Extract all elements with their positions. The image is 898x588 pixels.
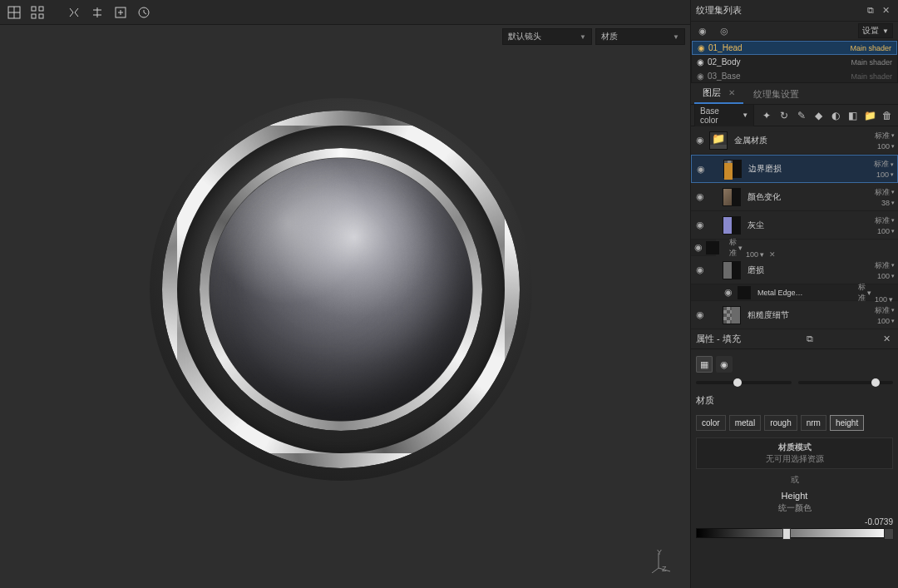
textureset-row[interactable]: ◉ 01_Head Main shader	[692, 41, 897, 55]
layer-opacity[interactable]: 100 ▾	[877, 272, 895, 280]
textureset-name: 01_Head	[708, 43, 743, 52]
height-value: -0.0739	[696, 516, 893, 528]
layer-blend[interactable]: 标准 ▾	[875, 215, 895, 226]
undock-icon[interactable]: ⧉	[863, 5, 878, 16]
chevron-down-icon: ▼	[882, 27, 889, 35]
layer-effect[interactable]: ◉ Metal Edge… 标准▾ 100▾ ✕	[691, 284, 898, 301]
effect-opacity[interactable]: 100▾	[746, 250, 764, 259]
tab-textureset-settings[interactable]: 纹理集设置	[745, 85, 807, 104]
slider-1[interactable]	[696, 381, 792, 384]
chip-nrm[interactable]: nrm	[801, 415, 826, 431]
textureset-row[interactable]: ◉ 02_Body Main shader	[692, 55, 897, 69]
axis-gizmo[interactable]: Y Z	[650, 548, 675, 573]
eye-icon[interactable]: ◉	[694, 135, 706, 146]
chevron-down-icon: ▼	[673, 33, 679, 41]
layer-fill[interactable]: ◉ 灰尘 标准 ▾ 100 ▾	[691, 211, 898, 240]
eye-all-icon[interactable]: ◉	[696, 26, 709, 37]
properties-body: ▦ ◉ 材质 color metal rough nrm height 材质模式…	[691, 349, 898, 588]
layer-blend[interactable]: 标准 ▾	[874, 159, 894, 170]
trash-icon[interactable]: 🗑	[880, 108, 895, 123]
tab-layers[interactable]: 图层 ✕	[694, 83, 743, 104]
chip-metal[interactable]: metal	[729, 415, 761, 431]
layer-effect: ◉ Dirt 标准▾ 100▾ ✕	[691, 240, 716, 256]
layer-opacity[interactable]: 100 ▾	[877, 317, 895, 325]
layer-fill[interactable]: ◉ 粗糙度细节 标准 ▾ 100 ▾	[691, 301, 898, 329]
adjust-icon[interactable]: ◐	[828, 108, 843, 123]
effect-blend[interactable]: 标准▾	[858, 282, 871, 304]
axis-z-label: Z	[662, 565, 667, 573]
settings-dropdown[interactable]: 设置 ▼	[858, 23, 893, 38]
layer-name: 粗糙度细节	[744, 309, 855, 321]
material-section-label: 材质	[696, 389, 893, 412]
eye-icon[interactable]: ◉	[695, 164, 707, 175]
fill-mode-uv-icon[interactable]: ◉	[716, 356, 733, 373]
refresh-icon[interactable]: ↻	[777, 108, 792, 123]
height-gradient-slider[interactable]	[696, 528, 893, 538]
height-label: Height	[696, 491, 893, 501]
layer-folder[interactable]: ◉ 📁 金属材质 标准 ▾ 100 ▾	[691, 126, 898, 155]
eye-icon[interactable]: ◉	[694, 242, 703, 253]
effect-blend[interactable]: 标准▾	[729, 237, 743, 259]
bucket-icon[interactable]: ◆	[811, 108, 826, 123]
brush-icon[interactable]: ✎	[794, 108, 809, 123]
chip-rough[interactable]: rough	[764, 415, 797, 431]
layer-opacity[interactable]: 100 ▾	[877, 142, 895, 151]
chip-height[interactable]: height	[830, 415, 864, 431]
viewport-header: 默认镜头 ▼ 材质 ▼	[0, 25, 690, 48]
wand-icon[interactable]: ✦	[759, 108, 774, 123]
eye-icon[interactable]: ◉	[694, 309, 706, 320]
layer-channel-dropdown[interactable]: Base color ▼	[694, 104, 754, 127]
channel-dropdown[interactable]: 材质 ▼	[595, 28, 685, 45]
close-icon[interactable]: ✕	[767, 250, 776, 259]
layer-opacity[interactable]: 100 ▾	[877, 227, 895, 235]
eye-icon[interactable]: ◉	[698, 43, 705, 52]
chevron-down-icon: ▼	[742, 111, 748, 119]
eye-icon[interactable]: ◉	[723, 287, 734, 298]
mask-icon[interactable]: ◧	[846, 108, 861, 123]
eye-solo-icon[interactable]: ◎	[718, 26, 731, 37]
layer-opacity[interactable]: 100 ▾	[876, 170, 894, 179]
textureset-name: 02_Body	[708, 57, 740, 67]
textureset-row[interactable]: ◉ 03_Base Main shader	[692, 69, 897, 83]
layer-opacity[interactable]: 38 ▾	[881, 199, 895, 207]
tool-grid-icon[interactable]	[27, 2, 48, 23]
fill-mode-projection-icon[interactable]: ▦	[696, 356, 713, 373]
layer-blend[interactable]: 标准 ▾	[875, 305, 895, 316]
chip-color[interactable]: color	[696, 415, 726, 431]
tool-add-icon[interactable]	[110, 2, 131, 23]
tool-symmetry-icon[interactable]	[63, 2, 85, 23]
tool-history-icon[interactable]	[133, 2, 155, 23]
layer-panel-tabs: 图层 ✕ 纹理集设置	[691, 83, 898, 105]
material-mode-box[interactable]: 材质模式 无可用选择资源	[696, 437, 893, 469]
layer-name: 边界磨损	[745, 163, 854, 175]
eye-icon[interactable]: ◉	[694, 264, 706, 275]
close-icon[interactable]: ✕	[880, 334, 893, 344]
eye-icon[interactable]: ◉	[697, 72, 704, 81]
slider-end-icon[interactable]	[884, 528, 894, 540]
layer-fill[interactable]: ◉ 磨损 标准 ▾ 100 ▾	[691, 256, 898, 284]
viewport-3d[interactable]: Y Z	[0, 48, 690, 588]
layer-fill[interactable]: ◉ 边界磨损 标准 ▾ 100 ▾	[691, 155, 898, 183]
eye-icon[interactable]: ◉	[694, 220, 706, 230]
textureset-shader: Main shader	[850, 44, 891, 52]
layer-fill[interactable]: ◉ 颜色变化 标准 ▾ 38 ▾	[691, 183, 898, 211]
effect-opacity[interactable]: 100▾	[875, 295, 893, 304]
close-icon[interactable]: ✕	[878, 5, 893, 16]
undock-icon[interactable]: ⧉	[803, 334, 817, 344]
layer-blend[interactable]: 标准 ▾	[875, 187, 895, 198]
or-label: 或	[696, 472, 893, 487]
tool-uv-icon[interactable]	[3, 2, 25, 23]
layer-blend[interactable]: 标准 ▾	[875, 260, 895, 271]
camera-dropdown[interactable]: 默认镜头 ▼	[502, 28, 592, 45]
eye-icon[interactable]: ◉	[694, 191, 706, 202]
layer-blend[interactable]: 标准 ▾	[875, 131, 895, 141]
layer-name: 磨损	[744, 264, 855, 276]
svg-rect-6	[39, 14, 43, 18]
folder-icon[interactable]: 📁	[863, 108, 878, 123]
close-icon[interactable]: ✕	[728, 88, 735, 97]
eye-icon[interactable]: ◉	[697, 57, 704, 67]
slider-2[interactable]	[798, 381, 894, 384]
tool-align-icon[interactable]	[86, 2, 108, 23]
right-panel: 纹理集列表 ⧉ ✕ ◉ ◎ 设置 ▼ ◉ 01_Head Main shader…	[690, 0, 898, 588]
layer-thumb	[723, 160, 742, 178]
